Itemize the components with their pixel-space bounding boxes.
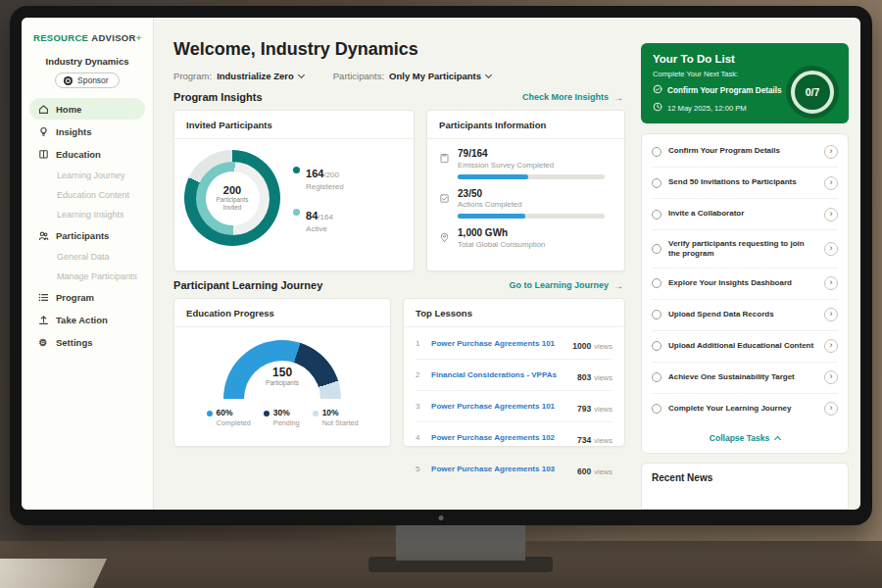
sidebar: RESOURCEADVISOR+ Industry Dynamics Spons… — [22, 18, 154, 510]
chevron-right-icon[interactable]: › — [824, 370, 838, 384]
legend-dot-active — [293, 209, 300, 216]
task-checkbox[interactable] — [652, 210, 662, 220]
section-title-learning-journey: Participant Learning Journey — [173, 279, 322, 291]
sidebar-item-settings[interactable]: ⚙ Settings — [29, 331, 145, 353]
info-label: Actions Completed — [458, 200, 605, 209]
sidebar-item-manage-participants[interactable]: Manage Participants — [29, 267, 145, 285]
people-icon — [37, 230, 49, 241]
sidebar-item-label: Learning Journey — [57, 171, 125, 180]
todo-next-task-label: Confirm Your Program Details — [667, 86, 782, 95]
check-more-insights-link[interactable]: Check More Insights → — [522, 92, 623, 103]
progress-track — [458, 214, 605, 219]
sidebar-item-education[interactable]: Education — [29, 143, 145, 165]
arrow-right-icon: → — [613, 92, 623, 103]
lesson-link[interactable]: Power Purchase Agreements 103 — [431, 465, 569, 473]
task-row-upload-educational-content[interactable]: Upload Additional Educational Content › — [652, 331, 838, 363]
task-row-invite-collaborator[interactable]: Invite a Collaborator › — [652, 199, 838, 230]
legend-label: Completed — [217, 418, 251, 427]
views-label: views — [594, 436, 612, 445]
lesson-link[interactable]: Power Purchase Agreements 101 — [431, 402, 569, 411]
legend-pct: 10% — [322, 408, 359, 417]
logo-plus-icon: + — [136, 32, 142, 43]
task-row-complete-learning-journey[interactable]: Complete Your Learning Journey › — [652, 394, 838, 424]
task-label: Explore Your Insights Dashboard — [668, 278, 817, 288]
participants-filter-value: Only My Participants — [389, 71, 481, 81]
lesson-link[interactable]: Power Purchase Agreements 102 — [431, 433, 569, 442]
logo-text-primary: RESOURCE — [33, 32, 88, 43]
lesson-views: 600views — [577, 461, 612, 478]
participants-filter-dropdown[interactable]: Participants: Only My Participants — [333, 71, 491, 81]
task-row-achieve-target[interactable]: Achieve One Sustainability Target › — [652, 363, 838, 394]
task-checkbox[interactable] — [652, 178, 662, 188]
sidebar-item-participants[interactable]: Participants — [29, 224, 145, 246]
check-square-icon — [439, 190, 450, 220]
chevron-right-icon[interactable]: › — [824, 402, 838, 416]
chevron-right-icon[interactable]: › — [824, 242, 838, 256]
task-row-upload-spend-data[interactable]: Upload Spend Data Records › — [652, 300, 838, 331]
task-row-confirm-program[interactable]: Confirm Your Program Details › — [652, 136, 838, 168]
program-insights-header: Program Insights Check More Insights → — [173, 91, 623, 103]
chevron-right-icon[interactable]: › — [824, 145, 838, 159]
chevron-up-icon — [774, 436, 781, 443]
task-checkbox[interactable] — [652, 147, 662, 157]
sponsor-badge[interactable]: Sponsor — [55, 73, 120, 88]
lesson-views: 803views — [577, 367, 612, 384]
info-row-actions-completed: 23/50 Actions Completed — [439, 188, 612, 220]
sidebar-item-home[interactable]: Home — [29, 98, 145, 120]
task-checkbox[interactable] — [652, 244, 662, 254]
sidebar-item-program[interactable]: Program — [29, 286, 145, 308]
legend-pending: 30% Pending — [264, 408, 300, 427]
legend-total: /164 — [318, 213, 333, 221]
task-label: Upload Spend Data Records — [668, 310, 817, 319]
task-label: Verify participants requesting to join t… — [668, 239, 817, 260]
lesson-row: 5 Power Purchase Agreements 103 600views — [416, 454, 612, 484]
sponsor-label: Sponsor — [77, 75, 109, 85]
learning-journey-header: Participant Learning Journey Go to Learn… — [173, 279, 623, 291]
chevron-right-icon[interactable]: › — [824, 308, 838, 321]
card-title: Invited Participants — [174, 111, 414, 139]
card-title: Top Lessons — [404, 299, 624, 327]
collapse-tasks-button[interactable]: Collapse Tasks — [652, 424, 838, 451]
gauge-center-value: 150 — [223, 366, 341, 379]
sidebar-item-learning-insights[interactable]: Learning Insights — [29, 205, 145, 223]
lesson-link[interactable]: Financial Considerations - VPPAs — [431, 370, 569, 379]
task-label: Upload Additional Educational Content — [668, 341, 817, 351]
link-label: Go to Learning Journey — [509, 280, 609, 290]
lesson-rank: 3 — [416, 402, 423, 411]
donut-inner-ring: 200 Participants Invited — [196, 162, 270, 235]
sidebar-item-label: Manage Participants — [57, 271, 137, 281]
info-value: 1,000 GWh — [458, 227, 545, 238]
task-checkbox[interactable] — [652, 278, 662, 288]
section-title-program-insights: Program Insights — [173, 91, 262, 103]
sidebar-item-education-content[interactable]: Education Content — [29, 185, 145, 204]
task-row-explore-insights[interactable]: Explore Your Insights Dashboard › — [652, 269, 838, 300]
sidebar-item-general-data[interactable]: General Data — [29, 247, 145, 266]
legend-completed: 60% Completed — [207, 408, 251, 427]
sidebar-item-insights[interactable]: Insights — [29, 121, 145, 142]
task-checkbox[interactable] — [652, 372, 662, 382]
go-to-learning-journey-link[interactable]: Go to Learning Journey → — [509, 280, 623, 291]
task-row-send-invitations[interactable]: Send 50 Invitations to Participants › — [652, 168, 838, 199]
task-checkbox[interactable] — [652, 310, 662, 319]
sidebar-item-take-action[interactable]: Take Action — [29, 309, 145, 330]
legend-label: Not Started — [322, 418, 359, 427]
chevron-right-icon[interactable]: › — [824, 208, 838, 221]
todo-next-task[interactable]: Confirm Your Program Details — [653, 84, 792, 96]
lesson-rank: 5 — [416, 465, 423, 473]
program-filter-dropdown[interactable]: Program: Industrialize Zero — [173, 71, 304, 81]
task-checkbox[interactable] — [652, 404, 662, 414]
legend-pct: 30% — [273, 408, 300, 417]
lesson-link[interactable]: Power Purchase Agreements 101 — [431, 339, 564, 348]
top-lessons-card: Top Lessons 1 Power Purchase Agreements … — [403, 298, 625, 447]
gauge-center: 150 Participants — [223, 366, 341, 386]
sidebar-item-learning-journey[interactable]: Learning Journey — [29, 166, 145, 184]
views-count: 600 — [577, 466, 591, 476]
chevron-right-icon[interactable]: › — [824, 276, 838, 290]
home-icon — [37, 104, 49, 115]
task-checkbox[interactable] — [652, 341, 662, 351]
list-icon — [37, 292, 49, 303]
education-progress-gauge: 150 Participants — [223, 340, 341, 400]
chevron-right-icon[interactable]: › — [824, 339, 838, 353]
chevron-right-icon[interactable]: › — [824, 176, 838, 190]
task-row-verify-participants[interactable]: Verify participants requesting to join t… — [652, 230, 838, 269]
